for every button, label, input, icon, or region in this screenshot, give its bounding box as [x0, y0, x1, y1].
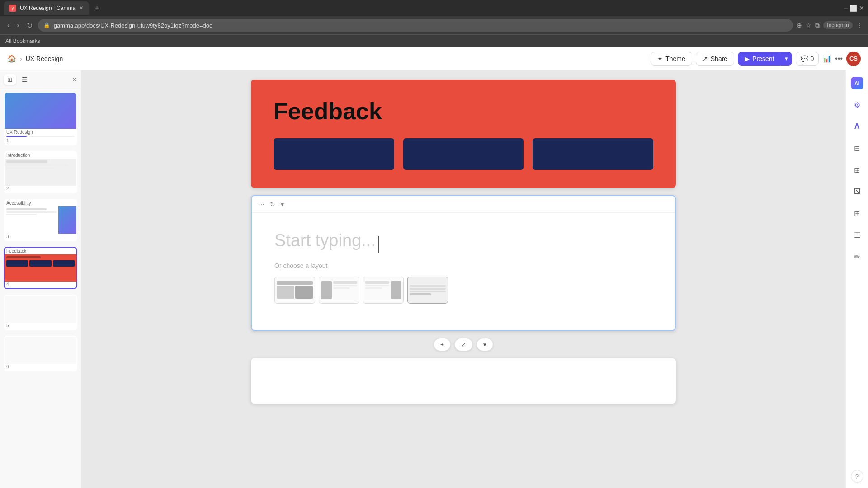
- avatar-initials: CS: [849, 55, 858, 62]
- right-panel-list-icon[interactable]: ☰: [850, 228, 864, 242]
- profile-label[interactable]: Incognito: [823, 21, 853, 29]
- slide-thumb-5[interactable]: 5: [4, 295, 77, 330]
- editor-toolbar: ⋯ ↻ ▾: [252, 196, 675, 213]
- chevron-down-icon: ▾: [483, 341, 486, 348]
- list-view-button[interactable]: ☰: [18, 74, 31, 85]
- slide-3-number: 3: [5, 234, 76, 240]
- right-panel-image-icon[interactable]: 🖼: [850, 184, 864, 199]
- layout-option-4[interactable]: [407, 277, 448, 304]
- help-button[interactable]: ?: [851, 470, 863, 483]
- theme-label: Theme: [665, 55, 685, 62]
- comment-count: 0: [810, 55, 814, 62]
- comment-button[interactable]: 💬 0: [796, 52, 819, 66]
- slide-6-preview: [5, 337, 76, 364]
- ai-badge: AI: [851, 77, 863, 89]
- tab-close-icon[interactable]: ✕: [79, 5, 84, 11]
- comment-icon: 💬: [801, 55, 808, 62]
- forward-button[interactable]: ›: [15, 19, 21, 31]
- present-dropdown-button[interactable]: ▾: [781, 52, 792, 66]
- present-button[interactable]: ▶ Present: [738, 52, 781, 66]
- play-icon: ▶: [745, 55, 750, 62]
- url-bar[interactable]: 🔒 gamma.app/docs/UX-Redesign-utuw9ty82oy…: [38, 19, 793, 32]
- theme-icon: ✦: [657, 55, 663, 62]
- move-icon: ⤢: [461, 341, 466, 348]
- right-panel: AI ⚙ A ⊟ ⊞ 🖼 ⊞ ☰ ✏ ?: [845, 70, 868, 488]
- maximize-icon[interactable]: ⬜: [849, 5, 857, 12]
- slide-4-card: Feedback: [251, 80, 676, 188]
- breadcrumb: 🏠 › UX Redesign: [7, 54, 63, 63]
- right-panel-settings-icon[interactable]: ⚙: [850, 98, 864, 112]
- slide-5-preview: [5, 296, 76, 323]
- theme-button[interactable]: ✦ Theme: [651, 52, 692, 66]
- slide-4-preview: [5, 254, 76, 282]
- app-body: ⊞ ☰ ✕ UX Redesign 1 Introduction 2: [0, 70, 868, 488]
- add-slide-button[interactable]: +: [434, 338, 451, 351]
- layout-option-3[interactable]: [363, 277, 404, 304]
- right-panel-grid-icon[interactable]: ⊞: [850, 163, 864, 177]
- sidebar-toolbar: ⊞ ☰ ✕: [0, 70, 81, 89]
- editor-more-icon[interactable]: ⋯: [257, 200, 265, 209]
- slide-thumb-2[interactable]: Introduction 2: [4, 151, 77, 193]
- app: 🏠 › UX Redesign ✦ Theme ↗ Share ▶ Presen…: [0, 47, 868, 488]
- avatar[interactable]: CS: [846, 52, 861, 66]
- chart-icon[interactable]: 📊: [822, 54, 831, 63]
- slide-options-button[interactable]: ▾: [476, 338, 493, 351]
- feedback-card-3: [533, 138, 653, 170]
- browser-toolbar: ‹ › ↻ 🔒 gamma.app/docs/UX-Redesign-utuw9…: [0, 16, 868, 34]
- slide-2-preview: [5, 159, 76, 186]
- slide-feedback: Feedback: [251, 80, 676, 188]
- slide-2-label: Introduction: [5, 152, 76, 159]
- bookmark-icon[interactable]: ☆: [806, 22, 811, 29]
- close-window-icon[interactable]: ✕: [859, 5, 864, 12]
- present-label: Present: [752, 55, 774, 62]
- editor-content[interactable]: Start typing... Or choose a layout: [252, 213, 675, 322]
- grid-view-button[interactable]: ⊞: [4, 74, 16, 85]
- layout-choose-label: Or choose a layout: [274, 262, 652, 269]
- more-options-icon[interactable]: •••: [835, 55, 843, 63]
- slide-5-number: 5: [5, 323, 76, 329]
- slide-3-label: Accessibility: [5, 200, 76, 206]
- feedback-title: Feedback: [274, 98, 653, 125]
- slide-thumb-1[interactable]: UX Redesign 1: [4, 92, 77, 145]
- slide-5-card[interactable]: ⋯ ↻ ▾ Start typing... Or choose a layout: [251, 195, 676, 331]
- slide-4-label: Feedback: [5, 248, 76, 254]
- share-button[interactable]: ↗ Share: [696, 52, 734, 66]
- reload-button[interactable]: ↻: [25, 19, 34, 32]
- start-typing-placeholder: Start typing...: [274, 231, 376, 250]
- window-controls: ⏤ ⬜ ✕: [844, 5, 864, 12]
- header-actions: ✦ Theme ↗ Share ▶ Present ▾ 💬 0 📊: [651, 52, 861, 66]
- plus-icon: +: [440, 341, 444, 348]
- slide-3-preview: [5, 206, 76, 234]
- layout-option-1[interactable]: [274, 277, 315, 304]
- canvas: Feedback ⋯ ↻ ▾ Start typing.: [81, 70, 845, 488]
- move-slide-button[interactable]: ⤢: [454, 338, 473, 351]
- slide-1-preview: [5, 93, 76, 129]
- slide-4-number: 4: [5, 282, 76, 288]
- breadcrumb-item[interactable]: UX Redesign: [26, 55, 63, 62]
- minimize-icon[interactable]: ⏤: [844, 5, 848, 12]
- slide-thumb-3[interactable]: Accessibility 3: [4, 199, 77, 241]
- slide-thumb-4[interactable]: Feedback 4: [4, 247, 77, 289]
- share-label: Share: [711, 55, 727, 62]
- right-panel-layout-icon[interactable]: ⊟: [850, 141, 864, 155]
- cast-icon[interactable]: ⊕: [797, 22, 802, 29]
- bookmarks-label: All Bookmarks: [5, 38, 40, 44]
- right-panel-text-icon[interactable]: A: [850, 119, 864, 134]
- slide-thumb-6[interactable]: 6: [4, 336, 77, 371]
- back-button[interactable]: ‹: [5, 19, 11, 31]
- tab-title: UX Redesign | Gamma: [20, 5, 75, 11]
- extensions-icon[interactable]: ⧉: [815, 22, 820, 29]
- browser-tab[interactable]: γ UX Redesign | Gamma ✕: [4, 1, 89, 15]
- right-panel-table-icon[interactable]: ⊞: [850, 206, 864, 221]
- right-panel-edit-icon[interactable]: ✏: [850, 249, 864, 264]
- layout-option-2[interactable]: [319, 277, 359, 304]
- editor-dropdown-icon[interactable]: ▾: [280, 200, 285, 209]
- menu-icon[interactable]: ⋮: [856, 22, 863, 29]
- url-text: gamma.app/docs/UX-Redesign-utuw9ty82oy1f…: [54, 22, 788, 29]
- home-button[interactable]: 🏠: [7, 54, 16, 63]
- slide-6-number: 6: [5, 364, 76, 371]
- editor-refresh-icon[interactable]: ↻: [269, 200, 276, 209]
- sidebar-close-button[interactable]: ✕: [72, 76, 77, 83]
- new-tab-button[interactable]: +: [93, 4, 101, 13]
- ai-button[interactable]: AI: [850, 76, 864, 90]
